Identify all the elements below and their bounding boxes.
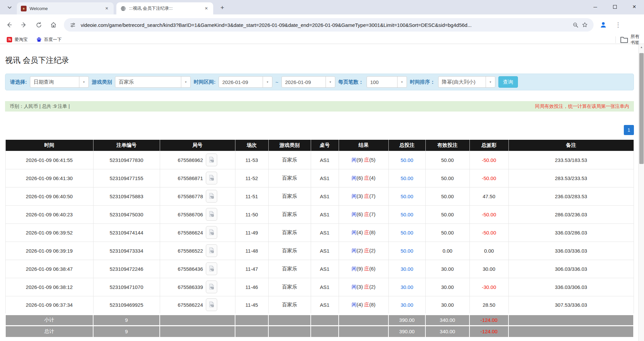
close-tab-icon[interactable]: ✕ <box>203 6 209 11</box>
tab-search-button[interactable] <box>5 3 14 11</box>
cell-payout: -50.00 <box>469 151 508 169</box>
reload-button[interactable] <box>33 19 44 31</box>
cell-payout: 47.50 <box>469 187 508 205</box>
cell-time: 2026-01-09 06:40:23 <box>5 205 93 223</box>
profile-avatar[interactable] <box>598 19 609 31</box>
tab-betrecord[interactable]: :::视讯 会员下注纪录::: ✕ <box>116 2 213 14</box>
site-settings-icon[interactable] <box>68 20 77 30</box>
address-bar[interactable]: videoie.com/game/betrecord_search/kind3?… <box>64 18 594 32</box>
video-replay-icon <box>208 156 215 164</box>
cell-game-kind: 百家乐 <box>268 242 311 260</box>
col-bet-id: 注单编号 <box>93 140 160 151</box>
minimize-button[interactable]: ─ <box>585 0 605 13</box>
date-end-select[interactable]: 2026-01-09 ▼ <box>281 76 335 88</box>
search-button[interactable]: 查询 <box>498 76 518 88</box>
video-replay-button[interactable] <box>206 262 217 275</box>
query-type-select[interactable]: 日期查询 ▼ <box>30 76 89 88</box>
maximize-button[interactable] <box>605 0 624 13</box>
tab-welcome[interactable]: ♠ Welcome ✕ <box>17 2 114 14</box>
avatar-icon <box>600 21 607 29</box>
bookmark-star-icon[interactable] <box>580 20 590 30</box>
total-bet-link[interactable]: 50.00 <box>401 175 413 181</box>
total-bet-link[interactable]: 50.00 <box>401 212 413 217</box>
cell-table-no: AS1 <box>311 187 339 205</box>
cell-remark: 286.03/236.03 <box>508 205 634 223</box>
cell-session: 11-50 <box>235 205 268 223</box>
cell-table-no: AS1 <box>311 223 339 242</box>
total-bet-link[interactable]: 30.00 <box>401 266 413 272</box>
page-1-button[interactable]: 1 <box>624 125 634 135</box>
home-button[interactable] <box>48 19 59 31</box>
baidu-paw-icon <box>36 37 42 42</box>
cell-round-id: 675586962 <box>160 151 235 169</box>
cell-session: 11-47 <box>235 260 268 278</box>
total-bet-link[interactable]: 50.00 <box>401 248 413 254</box>
cell-remark: 233.53/183.53 <box>508 151 634 169</box>
video-replay-button[interactable] <box>206 226 217 239</box>
cell-bet-id: 523109475883 <box>93 187 160 205</box>
bookmark-baidu[interactable]: 百度一下 <box>34 36 64 43</box>
browser-menu-button[interactable]: ⋮ <box>612 19 624 31</box>
cell-game-kind: 百家乐 <box>268 205 311 223</box>
video-replay-button[interactable] <box>206 154 217 166</box>
close-window-button[interactable]: ✕ <box>624 0 644 13</box>
total-bet-link[interactable]: 50.00 <box>401 230 413 236</box>
total-bet-link[interactable]: 50.00 <box>401 194 413 199</box>
video-replay-button[interactable] <box>206 172 217 184</box>
time-range-label: 时间区间: <box>194 79 216 85</box>
maximize-icon <box>613 5 617 9</box>
bookmark-aitaobao[interactable]: 淘 爱淘宝 <box>5 36 30 43</box>
scrollbar-thumb[interactable] <box>639 53 644 164</box>
close-tab-icon[interactable]: ✕ <box>104 6 110 11</box>
cell-total-bet: 50.00 <box>388 187 425 205</box>
page-scrollbar[interactable]: ▲ <box>638 44 644 341</box>
cell-result: 闲(4) 庄(8) <box>339 223 388 242</box>
cell-session: 11-46 <box>235 278 268 296</box>
new-tab-button[interactable]: + <box>218 3 227 12</box>
col-valid-bet: 有效投注 <box>425 140 469 151</box>
total-bet-link[interactable]: 30.00 <box>401 302 413 308</box>
total-bet-link[interactable]: 50.00 <box>401 157 413 163</box>
chevron-down-icon: ▼ <box>181 77 190 87</box>
cell-time: 2026-01-09 06:41:55 <box>5 151 93 169</box>
total-bet-link[interactable]: 30.00 <box>401 284 413 290</box>
cell-game-kind: 百家乐 <box>268 223 311 242</box>
video-replay-button[interactable] <box>206 281 217 293</box>
cell-time: 2026-01-09 06:38:47 <box>5 260 93 278</box>
tab-title: Welcome <box>30 6 104 11</box>
date-start-select[interactable]: 2026-01-09 ▼ <box>219 76 272 88</box>
url-text[interactable]: videoie.com/game/betrecord_search/kind3?… <box>81 22 571 28</box>
cell-table-no: AS1 <box>311 169 339 187</box>
video-replay-button[interactable] <box>206 244 217 257</box>
cell-valid-bet: 50.00 <box>425 187 469 205</box>
all-bookmarks-button[interactable]: 所有书签 <box>615 36 639 43</box>
cell-session: 11-45 <box>235 296 268 314</box>
video-replay-button[interactable] <box>206 190 217 203</box>
cell-round-id: 675586778 <box>160 187 235 205</box>
kebab-menu-icon: ⋮ <box>615 21 621 29</box>
cell-session: 11-48 <box>235 242 268 260</box>
back-button[interactable] <box>3 19 15 31</box>
cell-table-no: AS1 <box>311 205 339 223</box>
forward-button[interactable] <box>18 19 30 31</box>
per-page-select[interactable]: 100 ▼ <box>367 76 407 88</box>
video-replay-button[interactable] <box>206 298 217 311</box>
game-kind-select[interactable]: 百家乐 ▼ <box>115 76 191 88</box>
page-title: 视讯 会员下注纪录 <box>5 55 634 66</box>
zoom-icon[interactable] <box>571 20 580 30</box>
cell-round-id: 675586522 <box>160 242 235 260</box>
cell-result: 闲(4) 庄(8) <box>339 296 388 314</box>
tab-strip: ♠ Welcome ✕ :::视讯 会员下注纪录::: ✕ + ─ ✕ <box>0 0 644 14</box>
cell-round-id: 675586624 <box>160 223 235 242</box>
sort-select[interactable]: 降幂(由大到小) ▼ <box>438 76 495 88</box>
cell-game-kind: 百家乐 <box>268 151 311 169</box>
col-time: 时间 <box>5 140 93 151</box>
scroll-up-icon[interactable]: ▲ <box>639 44 644 50</box>
cell-session: 11-51 <box>235 187 268 205</box>
cell-round-id: 675586436 <box>160 260 235 278</box>
cell-total-bet: 50.00 <box>388 151 425 169</box>
video-replay-button[interactable] <box>206 208 217 221</box>
col-payout: 总派彩 <box>469 140 508 151</box>
cell-round-id: 675586706 <box>160 205 235 223</box>
col-session: 场次 <box>235 140 268 151</box>
